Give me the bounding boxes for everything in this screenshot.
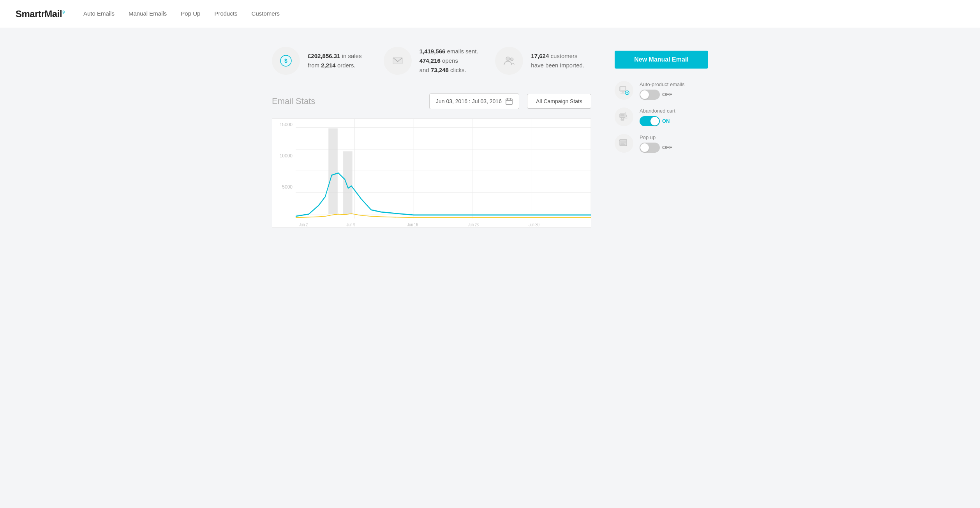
svg-text:$: $ bbox=[284, 58, 287, 64]
abandoned-cart-state: ON bbox=[662, 118, 670, 124]
auto-product-thumb bbox=[640, 90, 649, 99]
popup-track bbox=[640, 143, 660, 153]
auto-product-label: Auto-product emails bbox=[640, 81, 708, 87]
customers-icon bbox=[503, 55, 515, 67]
popup-thumb bbox=[640, 143, 649, 152]
orders-value: 2,214 bbox=[321, 62, 336, 69]
y-label-5000: 5000 bbox=[272, 184, 293, 190]
svg-text:Jun 2: Jun 2 bbox=[299, 222, 308, 227]
chart-area: 15000 10000 5000 bbox=[272, 118, 591, 228]
svg-text:Jun 30: Jun 30 bbox=[529, 222, 539, 227]
sales-stat-text: £202,856.31 in sales from 2,214 orders. bbox=[308, 51, 368, 70]
svg-rect-35 bbox=[620, 142, 626, 143]
svg-point-4 bbox=[510, 58, 513, 61]
toggle-abandoned-cart: Abandoned cart ON bbox=[615, 108, 708, 126]
popup-icon-circle bbox=[615, 134, 633, 153]
logo: SmartrMail© bbox=[16, 9, 65, 19]
abandoned-cart-icon-circle bbox=[615, 108, 633, 126]
svg-text:Jun 16: Jun 16 bbox=[407, 222, 418, 227]
emails-sent-value: 1,419,566 bbox=[419, 48, 446, 55]
auto-product-icon-circle bbox=[615, 81, 633, 100]
stat-emails: 1,419,566 emails sent. 474,216 opensand … bbox=[384, 47, 480, 75]
chart-section: Email Stats Jun 03, 2016 : Jul 03, 2016 … bbox=[272, 93, 591, 228]
auto-product-state: OFF bbox=[662, 92, 672, 97]
all-campaign-stats-button[interactable]: All Campaign Stats bbox=[527, 94, 591, 109]
svg-text:Jun 9: Jun 9 bbox=[347, 222, 356, 227]
svg-rect-20 bbox=[343, 151, 353, 214]
stat-sales: $ £202,856.31 in sales from 2,214 orders… bbox=[272, 47, 368, 75]
right-section: New Manual Email Auto-product emails bbox=[615, 47, 708, 228]
auto-product-toggle-info: Auto-product emails OFF bbox=[640, 81, 708, 100]
date-range-text: Jun 03, 2016 : Jul 03, 2016 bbox=[436, 98, 502, 104]
nav-auto-emails[interactable]: Auto Emails bbox=[83, 9, 115, 19]
stats-row: $ £202,856.31 in sales from 2,214 orders… bbox=[272, 47, 591, 75]
svg-rect-27 bbox=[620, 87, 625, 90]
abandoned-cart-thumb bbox=[650, 117, 659, 125]
popup-switch[interactable]: OFF bbox=[640, 143, 708, 153]
opens-value: 474,216 bbox=[419, 57, 441, 64]
customers-value: 17,624 bbox=[531, 53, 549, 59]
nav-manual-emails[interactable]: Manual Emails bbox=[129, 9, 167, 19]
customers-stat-text: 17,624 customers have been imported. bbox=[531, 51, 591, 70]
toggle-auto-product: Auto-product emails OFF bbox=[615, 81, 708, 100]
auto-product-icon bbox=[619, 85, 629, 96]
logo-text: SmartrMail bbox=[16, 9, 62, 19]
svg-rect-36 bbox=[620, 143, 624, 144]
chart-title: Email Stats bbox=[272, 96, 421, 106]
abandoned-cart-switch[interactable]: ON bbox=[640, 116, 708, 126]
emails-stat-text: 1,419,566 emails sent. 474,216 opensand … bbox=[419, 47, 478, 75]
customers-icon-circle bbox=[495, 47, 523, 75]
dollar-icon: $ bbox=[280, 55, 292, 67]
nav-products[interactable]: Products bbox=[214, 9, 237, 19]
svg-point-3 bbox=[506, 57, 510, 61]
abandoned-cart-icon bbox=[619, 111, 629, 122]
y-label-15000: 15000 bbox=[272, 122, 293, 127]
sales-icon-circle: $ bbox=[272, 47, 300, 75]
date-picker-button[interactable]: Jun 03, 2016 : Jul 03, 2016 bbox=[429, 93, 519, 109]
popup-toggle-info: Pop up OFF bbox=[640, 134, 708, 153]
main-nav: Auto Emails Manual Emails Pop Up Product… bbox=[83, 9, 280, 19]
header: SmartrMail© Auto Emails Manual Emails Po… bbox=[0, 0, 980, 28]
emails-icon-circle bbox=[384, 47, 412, 75]
new-manual-email-button[interactable]: New Manual Email bbox=[615, 51, 708, 69]
svg-rect-32 bbox=[621, 119, 624, 120]
abandoned-cart-track bbox=[640, 116, 660, 126]
email-icon bbox=[391, 55, 404, 67]
abandoned-cart-label: Abandoned cart bbox=[640, 108, 708, 114]
chart-header: Email Stats Jun 03, 2016 : Jul 03, 2016 … bbox=[272, 93, 591, 109]
auto-product-track bbox=[640, 90, 660, 100]
auto-product-switch[interactable]: OFF bbox=[640, 90, 708, 100]
svg-rect-19 bbox=[328, 128, 338, 214]
svg-rect-29 bbox=[620, 93, 625, 93]
chart-svg: Jun 2 Jun 9 Jun 16 Jun 23 Jun 30 bbox=[296, 119, 591, 227]
toggle-popup: Pop up OFF bbox=[615, 134, 708, 153]
logo-dot: © bbox=[62, 10, 65, 14]
chart-inner: Jun 2 Jun 9 Jun 16 Jun 23 Jun 30 bbox=[296, 119, 591, 227]
svg-rect-5 bbox=[506, 99, 512, 104]
chart-y-labels: 15000 10000 5000 bbox=[272, 119, 296, 215]
popup-state: OFF bbox=[662, 145, 672, 150]
svg-rect-28 bbox=[622, 92, 624, 93]
abandoned-cart-toggle-info: Abandoned cart ON bbox=[640, 108, 708, 126]
popup-label: Pop up bbox=[640, 134, 708, 140]
y-label-10000: 10000 bbox=[272, 153, 293, 159]
svg-text:Jun 23: Jun 23 bbox=[468, 222, 479, 227]
stat-customers: 17,624 customers have been imported. bbox=[495, 47, 591, 75]
svg-rect-34 bbox=[620, 139, 627, 141]
nav-customers[interactable]: Customers bbox=[252, 9, 280, 19]
svg-rect-37 bbox=[620, 144, 625, 145]
sales-value: £202,856.31 bbox=[308, 53, 340, 59]
calendar-icon bbox=[506, 98, 513, 105]
left-section: $ £202,856.31 in sales from 2,214 orders… bbox=[272, 47, 591, 228]
nav-pop-up[interactable]: Pop Up bbox=[181, 9, 200, 19]
main-content: $ £202,856.31 in sales from 2,214 orders… bbox=[256, 28, 724, 243]
clicks-value: 73,248 bbox=[431, 67, 449, 73]
popup-icon bbox=[619, 138, 629, 149]
